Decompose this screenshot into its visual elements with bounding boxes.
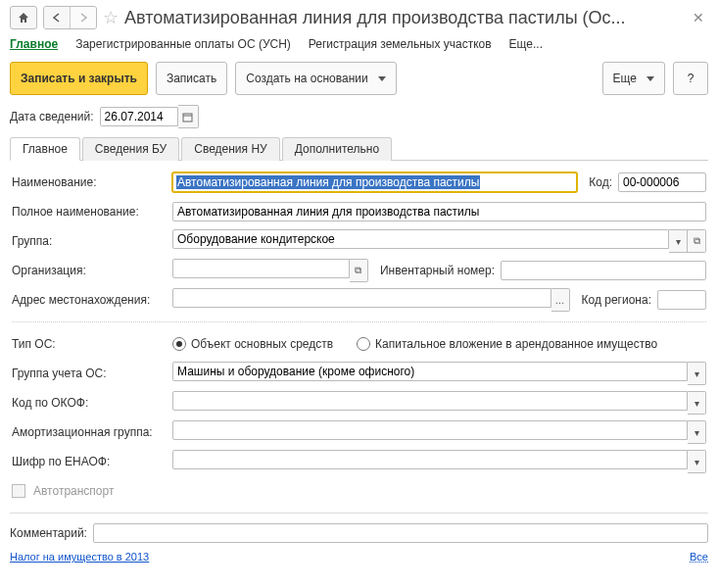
tab-main[interactable]: Главное — [10, 137, 80, 161]
write-and-close-button[interactable]: Записать и закрыть — [10, 62, 148, 95]
region-input[interactable] — [657, 290, 706, 310]
acc-group-input[interactable] — [172, 362, 688, 381]
nav-more[interactable]: Еще... — [509, 35, 543, 53]
toolbar: Записать и закрыть Записать Создать на о… — [10, 62, 708, 95]
enaof-label: Шифр по ЕНАОФ: — [12, 455, 167, 468]
inv-input[interactable] — [501, 261, 706, 280]
calendar-button[interactable] — [178, 105, 199, 128]
checkbox-box-icon — [12, 484, 25, 498]
all-link[interactable]: Все — [690, 551, 708, 563]
org-label: Организация: — [12, 264, 167, 277]
window-title: Автоматизированная линия для производств… — [124, 8, 683, 28]
tab-nu[interactable]: Сведения НУ — [181, 137, 279, 161]
top-navigation: Главное Зарегистрированные оплаты ОС (УС… — [10, 35, 708, 54]
comment-label: Комментарий: — [10, 526, 87, 540]
favorite-star-icon[interactable]: ☆ — [103, 7, 119, 28]
name-label: Наименование: — [12, 175, 167, 189]
okof-label: Код по ОКОФ: — [12, 396, 167, 410]
type-opt2-label: Капитальное вложение в арендованное имущ… — [375, 337, 657, 351]
acc-group-dropdown-button[interactable]: ▾ — [688, 362, 706, 385]
okof-dropdown-button[interactable]: ▾ — [688, 391, 706, 415]
type-radio-object[interactable]: Объект основных средств — [172, 337, 333, 351]
okof-input[interactable] — [172, 391, 688, 411]
chevron-down-icon — [646, 76, 654, 81]
code-label: Код: — [589, 175, 612, 189]
nav-main[interactable]: Главное — [10, 35, 58, 53]
org-open-button[interactable]: ⧉ — [350, 259, 368, 282]
group-open-button[interactable]: ⧉ — [688, 229, 706, 253]
tab-extra[interactable]: Дополнительно — [282, 137, 392, 161]
more-button[interactable]: Еще — [602, 62, 665, 95]
acc-group-label: Группа учета ОС: — [12, 367, 167, 380]
tab-bu[interactable]: Сведения БУ — [82, 137, 179, 161]
create-based-on-button[interactable]: Создать на основании — [235, 62, 397, 95]
info-date-input[interactable] — [100, 107, 178, 126]
back-button[interactable] — [44, 7, 71, 28]
inv-label: Инвентарный номер: — [380, 264, 495, 277]
auto-label: Автотранспорт — [33, 484, 114, 498]
tax-link[interactable]: Налог на имущество в 2013 — [10, 551, 149, 563]
org-input[interactable] — [172, 259, 350, 278]
group-dropdown-button[interactable]: ▾ — [669, 229, 688, 253]
close-button[interactable]: ✕ — [689, 10, 708, 25]
code-input[interactable] — [618, 172, 706, 192]
help-button[interactable]: ? — [673, 62, 708, 95]
full-name-label: Полное наименование: — [12, 205, 167, 219]
amort-label: Амортизационная группа: — [12, 425, 167, 439]
tab-bar: Главное Сведения БУ Сведения НУ Дополнит… — [10, 136, 708, 161]
create-based-label: Создать на основании — [246, 72, 368, 85]
nav-payments[interactable]: Зарегистрированные оплаты ОС (УСН) — [75, 35, 291, 53]
comment-input[interactable] — [93, 523, 708, 543]
more-label: Еще — [613, 72, 637, 85]
write-button[interactable]: Записать — [156, 62, 227, 95]
type-opt1-label: Объект основных средств — [191, 337, 333, 351]
name-selected-text: Автоматизированная линия для производств… — [176, 175, 480, 189]
enaof-dropdown-button[interactable]: ▾ — [688, 450, 706, 473]
amort-dropdown-button[interactable]: ▾ — [688, 420, 706, 444]
address-more-button[interactable]: … — [551, 288, 570, 312]
nav-land[interactable]: Регистрация земельных участков — [309, 35, 492, 53]
group-label: Группа: — [12, 234, 167, 248]
home-button[interactable] — [10, 6, 37, 29]
group-input[interactable] — [172, 229, 669, 249]
address-label: Адрес местонахождения: — [12, 293, 167, 307]
enaof-input[interactable] — [172, 450, 688, 469]
auto-checkbox[interactable]: Автотранспорт — [12, 484, 114, 498]
region-label: Код региона: — [582, 293, 651, 307]
nav-group — [43, 6, 97, 29]
type-radio-capital[interactable]: Капитальное вложение в арендованное имущ… — [357, 337, 657, 351]
full-name-input[interactable] — [172, 202, 706, 221]
amort-input[interactable] — [172, 420, 688, 440]
radio-dot-icon — [172, 337, 186, 351]
chevron-down-icon — [378, 76, 386, 81]
type-label: Тип ОС: — [12, 337, 167, 351]
svg-rect-0 — [183, 114, 192, 122]
forward-button[interactable] — [71, 7, 96, 28]
info-date-label: Дата сведений: — [10, 110, 94, 123]
radio-dot-icon — [357, 337, 370, 351]
address-input[interactable] — [172, 288, 551, 308]
